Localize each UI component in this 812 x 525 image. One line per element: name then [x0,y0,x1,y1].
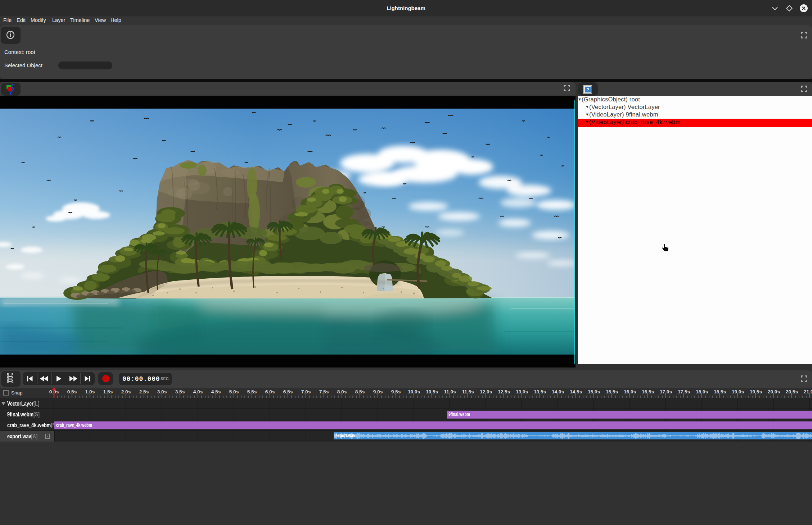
svg-text:?: ? [586,87,589,92]
